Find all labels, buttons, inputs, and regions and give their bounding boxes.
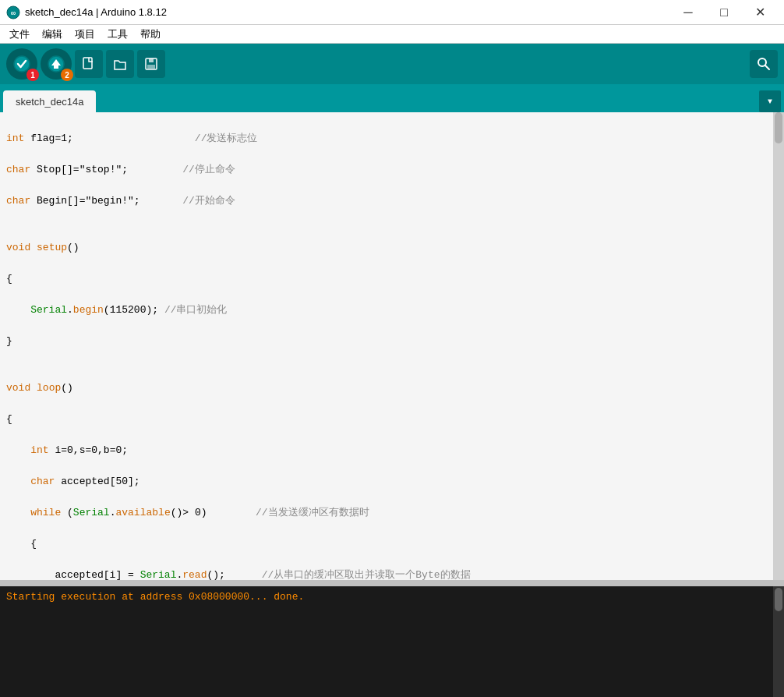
code-line-6: {: [6, 271, 778, 287]
menu-tools[interactable]: 工具: [101, 25, 134, 44]
svg-rect-5: [83, 58, 92, 69]
console[interactable]: Starting execution at address 0x08000000…: [0, 586, 784, 697]
verify-button[interactable]: 1: [6, 48, 37, 80]
save-icon: [143, 56, 159, 72]
menu-project[interactable]: 项目: [69, 25, 101, 44]
code-line-5: void setup(): [6, 240, 778, 256]
svg-point-2: [14, 56, 30, 72]
upload-button[interactable]: 2: [41, 48, 72, 80]
search-button[interactable]: [750, 50, 778, 78]
window-title: sketch_dec14a | Arduino 1.8.12: [25, 6, 167, 18]
maximize-button[interactable]: □: [706, 0, 742, 25]
code-content: int flag=1; //发送标志位 char Stop[]="stop!";…: [0, 112, 784, 580]
code-line-3: char Begin[]="begin!"; //开始命令: [6, 193, 778, 209]
tabs-bar: sketch_dec14a ▼: [0, 84, 784, 112]
tab-sketch[interactable]: sketch_dec14a: [3, 90, 96, 112]
minimize-button[interactable]: ─: [670, 0, 706, 25]
console-output: Starting execution at address 0x08000000…: [6, 589, 778, 605]
save-button[interactable]: [137, 50, 165, 78]
svg-line-10: [765, 65, 769, 69]
menu-edit[interactable]: 编辑: [36, 25, 69, 44]
console-scrollbar[interactable]: [773, 586, 784, 697]
code-line-15: {: [6, 536, 778, 552]
code-line-11: {: [6, 412, 778, 427]
tab-dropdown-button[interactable]: ▼: [759, 90, 781, 112]
open-icon: [112, 56, 128, 72]
code-line-13: char accepted[50];: [6, 474, 778, 490]
search-icon: [757, 57, 771, 71]
svg-text:∞: ∞: [11, 9, 16, 18]
window-controls: ─ □ ✕: [670, 0, 778, 25]
console-scrollbar-thumb[interactable]: [775, 588, 782, 611]
title-bar-left: ∞ sketch_dec14a | Arduino 1.8.12: [6, 5, 167, 19]
svg-rect-8: [147, 65, 155, 69]
code-editor[interactable]: int flag=1; //发送标志位 char Stop[]="stop!";…: [0, 112, 784, 580]
verify-badge: 1: [26, 69, 39, 81]
upload-badge: 2: [61, 69, 73, 81]
new-button[interactable]: [75, 50, 103, 78]
code-line-2: char Stop[]="stop!"; //停止命令: [6, 162, 778, 178]
arduino-logo-icon: ∞: [6, 5, 20, 19]
editor-scrollbar[interactable]: [773, 112, 784, 580]
code-line-1: int flag=1; //发送标志位: [6, 131, 778, 147]
code-line-16: accepted[i] = Serial.read(); //从串口的缓冲区取出…: [6, 568, 778, 580]
menu-help[interactable]: 帮助: [134, 25, 167, 44]
svg-rect-7: [149, 58, 154, 62]
close-button[interactable]: ✕: [742, 0, 778, 25]
code-line-7: Serial.begin(115200); //串口初始化: [6, 303, 778, 318]
code-line-14: while (Serial.available()> 0) //当发送缓冲区有数…: [6, 505, 778, 521]
code-line-8: }: [6, 334, 778, 349]
open-button[interactable]: [106, 50, 134, 78]
editor-console-divider: [0, 580, 784, 586]
menu-bar: 文件 编辑 项目 工具 帮助: [0, 25, 784, 44]
new-file-icon: [81, 56, 97, 72]
code-line-10: void loop(): [6, 380, 778, 396]
dropdown-arrow-icon: ▼: [768, 97, 772, 106]
code-line-12: int i=0,s=0,b=0;: [6, 443, 778, 458]
menu-file[interactable]: 文件: [3, 25, 36, 44]
tab-label: sketch_dec14a: [16, 96, 83, 108]
toolbar: 1 2: [0, 44, 784, 84]
editor-scrollbar-thumb[interactable]: [775, 112, 782, 143]
title-bar: ∞ sketch_dec14a | Arduino 1.8.12 ─ □ ✕: [0, 0, 784, 25]
